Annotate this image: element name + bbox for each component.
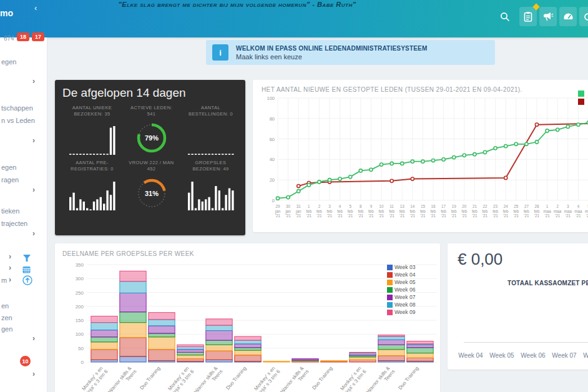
app-window: mo ‹ "Elke slag brengt me dichter bij mi…: [0, 0, 588, 392]
chevron-right-icon[interactable]: ›: [32, 334, 35, 343]
sidebar-item[interactable]: ragen: [1, 176, 19, 184]
counter-badge[interactable]: 10: [20, 356, 31, 366]
svg-text:20feb'21: 20feb'21: [461, 204, 467, 218]
legend-swatch-new: [578, 91, 584, 97]
stat-unieke-bezoeken: AANTAL UNIEKE BEZOEKEN: 35: [62, 105, 122, 157]
svg-text:28feb'21: 28feb'21: [534, 204, 540, 218]
refresh-icon: [583, 12, 588, 22]
legend-item[interactable]: Week 06: [387, 287, 415, 293]
svg-text:Duo Training: Duo Training: [225, 366, 247, 391]
svg-text:21feb'21: 21feb'21: [472, 204, 478, 218]
kassa-week-label: Week 06: [517, 352, 549, 359]
svg-text:300: 300: [76, 276, 84, 282]
clipboard-icon: [523, 11, 533, 22]
left-sidebar: 674 18 17 egen › tschappen n vs Leden › …: [0, 37, 47, 392]
dashboard-button[interactable]: [559, 7, 577, 26]
svg-text:350: 350: [76, 262, 84, 268]
bar-chart-legend: Week 03Week 04Week 05Week 06Week 07Week …: [387, 264, 415, 315]
svg-text:1feb'21: 1feb'21: [306, 204, 311, 218]
svg-text:5maa'21: 5maa'21: [585, 204, 588, 218]
sidebar-item[interactable]: tieken: [1, 207, 19, 215]
motivational-quote: "Elke slag brengt me dichter bij mijn vo…: [94, 1, 381, 8]
svg-text:0: 0: [272, 198, 275, 203]
legend-swatch: [387, 287, 393, 293]
sidebar-item[interactable]: egen: [1, 164, 16, 171]
chevron-right-icon[interactable]: ›: [9, 263, 11, 272]
chevron-right-icon[interactable]: ›: [32, 229, 35, 238]
sidebar-item[interactable]: m: [1, 277, 7, 284]
stat-vrouw-man: VROUW 222 / MAN 452 31%: [122, 160, 181, 212]
sparkline-chart: [62, 174, 122, 213]
legend-item[interactable]: Week 09: [387, 309, 415, 315]
speedometer-icon: [562, 11, 574, 22]
svg-text:2feb'21: 2feb'21: [316, 204, 322, 218]
kassa-week-label: Week 04: [455, 352, 486, 359]
legend-label: Week 08: [394, 301, 415, 308]
stats-panel-title: De afgelopen 14 dagen: [62, 86, 240, 100]
stat-pre-registraties: AANTAL PRE-REGISTRATIES: 0: [62, 160, 122, 212]
alert-badge-b[interactable]: 17: [32, 32, 44, 41]
search-icon[interactable]: [497, 7, 513, 26]
refresh-button[interactable]: [579, 7, 588, 26]
svg-text:200: 200: [76, 304, 84, 310]
svg-text:16feb'21: 16feb'21: [431, 204, 436, 218]
announcements-button[interactable]: [539, 7, 557, 26]
sidebar-item[interactable]: egen: [1, 58, 16, 66]
svg-text:50: 50: [78, 346, 84, 351]
chevron-right-icon[interactable]: ›: [9, 275, 11, 284]
legend-swatch: [387, 265, 393, 270]
svg-text:100: 100: [76, 331, 84, 337]
svg-text:250: 250: [76, 290, 84, 296]
stacked-bar-chart[interactable]: 050100150200250300350Monkey' s enNinja' …: [62, 257, 437, 392]
legend-swatch: [387, 302, 393, 308]
legend-label: Week 06: [394, 287, 415, 293]
upload-circle-icon[interactable]: [22, 275, 32, 288]
legend-item[interactable]: Week 05: [387, 279, 415, 285]
svg-text:8feb'21: 8feb'21: [358, 204, 363, 218]
sidebar-item[interactable]: tschappen: [1, 104, 33, 112]
chevron-right-icon[interactable]: ›: [32, 136, 35, 145]
legend-swatch: [387, 295, 393, 300]
app-logo[interactable]: mo: [0, 8, 13, 18]
svg-text:3feb'21: 3feb'21: [327, 204, 333, 218]
alert-badge-a[interactable]: 18: [17, 32, 29, 41]
kassa-week-labels: Week 04Week 05Week 06Week 07Week 08: [455, 352, 588, 359]
calendar-icon[interactable]: [22, 265, 31, 276]
kassa-total-amount: € 0,00: [458, 250, 502, 269]
groepsles-bar-chart-panel: DEELNAME PER GROEPSLES PER WEEK 05010015…: [55, 243, 440, 392]
members-line-chart-panel: HET AANTAL NIEUWE EN GESTOPTE LEDEN (TUS…: [253, 80, 588, 232]
svg-text:15feb'21: 15feb'21: [420, 204, 426, 218]
sidebar-item[interactable]: gen: [1, 325, 12, 333]
chevron-right-icon[interactable]: ›: [32, 370, 35, 378]
legend-label: Week 09: [394, 309, 415, 315]
legend-item[interactable]: Week 03: [387, 264, 415, 270]
sidebar-collapse-icon[interactable]: ‹: [34, 3, 37, 12]
svg-text:Duo Training: Duo Training: [397, 366, 419, 391]
chevron-right-icon[interactable]: ›: [32, 185, 35, 194]
megaphone-icon: [542, 11, 554, 22]
sidebar-item[interactable]: zen: [1, 314, 12, 321]
legend-item[interactable]: Week 08: [387, 301, 415, 308]
gauge-chart: 79%: [122, 119, 181, 157]
line-chart[interactable]: 02040608010029jan'2130jan'2131jan'211feb…: [262, 93, 588, 227]
svg-text:2maa'21: 2maa'21: [554, 204, 562, 218]
legend-item[interactable]: Week 04: [387, 272, 415, 278]
tasks-button[interactable]: [519, 7, 537, 26]
legend-item[interactable]: Week 07: [387, 294, 415, 300]
legend-label: Week 03: [394, 264, 415, 270]
filter-icon[interactable]: [22, 253, 31, 265]
svg-text:1maa'21: 1maa'21: [543, 204, 551, 218]
welcome-banner: i WELKOM IN EPASS ONLINE LEDENADMINISTRA…: [206, 40, 495, 65]
svg-text:30jan'21: 30jan'21: [285, 204, 291, 218]
sidebar-item[interactable]: trajecten: [1, 220, 27, 227]
svg-text:40: 40: [270, 157, 275, 162]
member-count: 674: [4, 35, 14, 42]
sidebar-item[interactable]: en: [1, 302, 9, 310]
svg-text:31%: 31%: [144, 190, 158, 197]
sidebar-item[interactable]: n vs Leden: [1, 117, 35, 124]
svg-text:0: 0: [81, 360, 84, 365]
gauge-chart: 31%: [122, 174, 181, 213]
legend-swatch-stopped: [578, 99, 584, 105]
chevron-right-icon[interactable]: ›: [9, 252, 11, 261]
chevron-right-icon[interactable]: ›: [32, 77, 35, 86]
